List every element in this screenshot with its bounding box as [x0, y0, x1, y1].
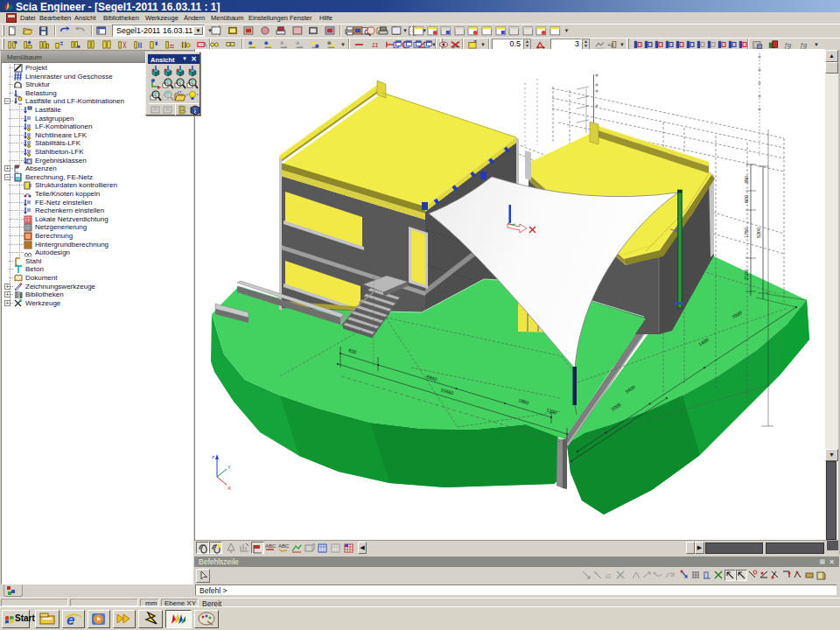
- svg-text:z: z: [212, 454, 214, 459]
- svg-text:ABC: ABC: [278, 543, 290, 549]
- svg-text:ABC: ABC: [265, 543, 276, 549]
- svg-text:1750: 1750: [744, 228, 749, 238]
- svg-text:ƒɡ: ƒɡ: [784, 41, 792, 49]
- svg-text:G: G: [606, 572, 611, 580]
- svg-text:11: 11: [372, 41, 379, 49]
- svg-text:ƒɡ: ƒɡ: [800, 41, 808, 49]
- svg-text:X: X: [228, 486, 231, 491]
- svg-text:Y: Y: [228, 465, 231, 470]
- svg-text:B: B: [178, 104, 186, 116]
- svg-text:600: 600: [744, 195, 749, 203]
- svg-text:350: 350: [744, 176, 749, 184]
- svg-text:5300: 5300: [756, 228, 761, 238]
- svg-text:2100: 2100: [744, 270, 749, 280]
